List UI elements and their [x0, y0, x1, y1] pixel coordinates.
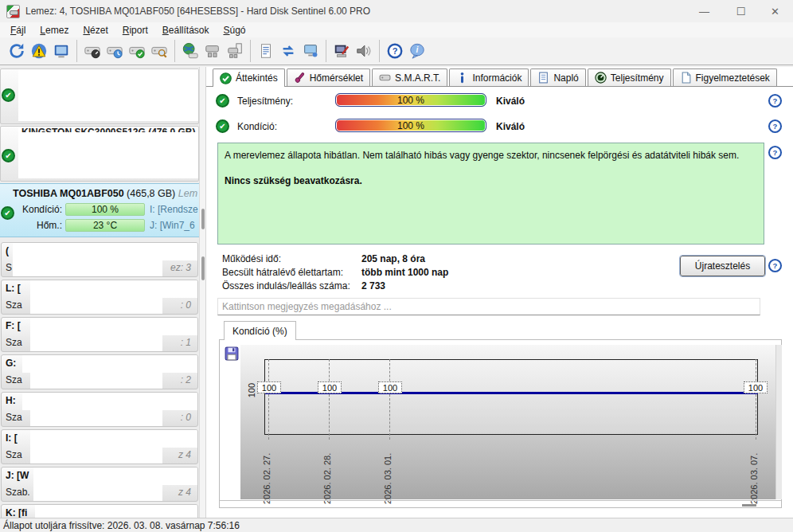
condition-label: Kondíció: [237, 121, 320, 132]
comment-input[interactable] [217, 298, 760, 315]
document-icon [537, 72, 549, 84]
tab-alerts[interactable]: Figyelmeztetések [673, 68, 777, 86]
partition-row[interactable]: F: [ Sza : 1 [1, 317, 198, 352]
health-status-text: A merevlemez állapota hibátlan. Nem talá… [225, 148, 757, 162]
check-circle-icon [220, 72, 232, 84]
plot-frame [264, 359, 758, 435]
menu-disk[interactable]: Lemez [33, 24, 76, 37]
disk-card-selected[interactable]: TOSHIBA MQ01ABF050 (465,8 GB) Leme ✔ Kon… [0, 183, 199, 237]
chart-plot-area: 100 100 100 100 100 2026. 02. 27. 2026. … [240, 345, 775, 499]
title-bar: Lemez: 4, TOSHIBA MQ01ABF050 [64HESEBSS]… [0, 0, 793, 22]
maximize-button[interactable]: ☐ [723, 0, 759, 22]
scrollbar-thumb[interactable] [201, 256, 205, 280]
partition-fragment: G: [6, 358, 16, 369]
info-icon [456, 72, 468, 84]
disk-monitor-icon[interactable] [50, 40, 72, 62]
performance-rating: Kiváló [496, 96, 525, 107]
menu-help[interactable]: Súgó [216, 24, 252, 37]
tab-temperature[interactable]: Hőmérséklet [287, 68, 370, 86]
performance-row: ✔ Teljesítmény: [216, 94, 320, 108]
configuration-icon[interactable] [330, 40, 353, 62]
help-icon[interactable]: ? [768, 93, 783, 108]
partition-row[interactable]: ( S ez: 3 [1, 242, 198, 277]
partition-row[interactable]: L: [ Sza : 0 [1, 280, 198, 315]
help-icon[interactable]: ? [768, 145, 783, 160]
x-axis-date: 2026. 02. 27. [262, 440, 271, 504]
tab-smart[interactable]: S.M.A.R.T. [372, 68, 447, 86]
about-icon[interactable]: i [406, 40, 428, 62]
info-row: Működési idő: 205 nap, 8 óra [222, 253, 557, 264]
volume-ref-2: J: [Win7_6 [150, 220, 202, 231]
disk-performance-icon[interactable] [81, 40, 104, 62]
retest-button[interactable]: Újratesztelés [680, 256, 765, 276]
menu-settings[interactable]: Beállítások [155, 24, 217, 37]
disk-list-scrollbar[interactable] [199, 67, 205, 239]
partition-row[interactable]: J: [W Szab. z 4 [1, 467, 198, 502]
disk-card-2[interactable]: KINGSTON SKC3000S512G (476,0 GB) Le ✔ [0, 126, 199, 182]
chart-tab-condition[interactable]: Kondíció (%) [224, 321, 296, 340]
disk-card-1[interactable]: ✔ [0, 68, 199, 124]
disk-index-fragment: ez: 3 [170, 262, 191, 273]
tab-information[interactable]: Információk [449, 68, 529, 86]
report-icon[interactable] [255, 40, 277, 62]
sync-icon[interactable] [277, 40, 299, 62]
refresh-icon[interactable] [6, 40, 28, 62]
info-value: 2 733 [361, 280, 385, 291]
svg-text:i: i [416, 45, 419, 54]
x-axis-date: 2026. 03. 01. [383, 440, 393, 504]
tab-bar: Áttekintés Hőmérséklet S.M.A.R.T. Inform… [213, 68, 777, 87]
help-icon[interactable]: ? [384, 40, 406, 62]
disk-eject-icon[interactable] [224, 40, 246, 62]
sound-icon[interactable] [353, 40, 375, 62]
condition-minibar: 100 % [65, 203, 145, 216]
disk-remove-icon[interactable] [201, 40, 224, 62]
help-icon[interactable]: ? [768, 119, 783, 134]
status-bar: Állapot utoljára frissítve: 2026. 03. 08… [0, 518, 793, 532]
chart-horizontal-scroll-thumb[interactable] [742, 504, 756, 507]
disk-analyze-icon[interactable] [148, 40, 170, 62]
menu-bar: Fájl Lemez Nézet Riport Beállítások Súgó [0, 22, 793, 37]
app-window: Lemez: 4, TOSHIBA MQ01ABF050 [64HESEBSS]… [0, 0, 793, 532]
free-space-fragment: S [6, 262, 12, 273]
partition-list-scrollbar[interactable] [199, 239, 205, 518]
gridline [756, 359, 756, 440]
tab-label: Figyelmeztetések [696, 72, 770, 84]
close-button[interactable]: ✕ [757, 0, 793, 22]
volume-ref-1: I: [Rendsze [150, 204, 202, 215]
scrollbar-thumb[interactable] [201, 209, 205, 229]
minimize-button[interactable]: — [686, 0, 722, 22]
tab-log[interactable]: Napló [530, 68, 585, 86]
censored-area [30, 373, 162, 389]
toolbar: ? i [0, 37, 793, 65]
menu-file[interactable]: Fájl [3, 24, 33, 37]
tab-performance[interactable]: Teljesítmény [588, 68, 671, 86]
menu-view[interactable]: Nézet [76, 24, 115, 37]
gridline [389, 359, 390, 440]
disk-size: (465,8 GB) [127, 188, 175, 199]
disk-health-icon[interactable] [126, 40, 148, 62]
save-chart-icon[interactable] [225, 346, 239, 361]
online-disk-info-icon[interactable] [179, 40, 201, 62]
chart-vertical-scrollbar[interactable] [775, 345, 782, 499]
network-icon[interactable] [299, 40, 322, 62]
help-icon[interactable]: ? [768, 258, 783, 273]
partition-row[interactable]: I: [ Sza z 4 [1, 429, 198, 464]
disk-temperature-icon[interactable] [104, 40, 126, 62]
performance-label: Teljesítmény: [237, 96, 320, 107]
partition-row[interactable]: K: [fi [1, 504, 198, 518]
condition-row: ✔ Kondíció: [216, 119, 320, 133]
warnings-icon[interactable] [28, 40, 50, 62]
disk-index-fragment: : 0 [181, 299, 191, 311]
disk-number-fragment: Leme [178, 188, 197, 199]
temperature-minibar: 23 °C [65, 219, 145, 232]
condition-rating: Kiváló [496, 121, 525, 132]
selected-disk-title: TOSHIBA MQ01ABF050 (465,8 GB) Leme [13, 188, 197, 199]
censored-area [22, 355, 197, 373]
tab-overview[interactable]: Áttekintés [213, 68, 285, 87]
disk-sidebar: ✔ KINGSTON SKC3000S512G (476,0 GB) Le ✔ … [0, 67, 205, 518]
menu-report[interactable]: Riport [115, 24, 155, 37]
censored-area [30, 298, 162, 315]
partition-row[interactable]: H: Sza : 0 [1, 392, 198, 427]
partition-row[interactable]: G: Sza : 2 [1, 354, 198, 389]
partition-fragment: L: [ [6, 283, 21, 294]
